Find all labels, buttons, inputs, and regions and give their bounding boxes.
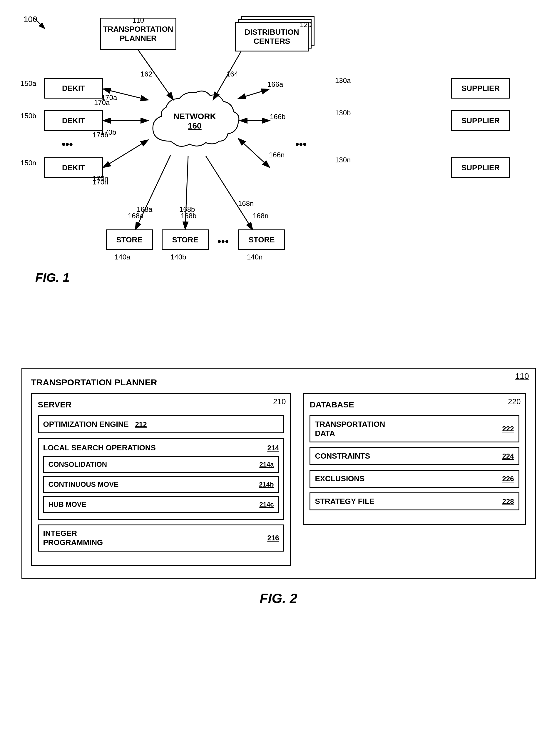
svg-line-17 — [103, 140, 148, 168]
network-cloud: NETWORK 160 — [147, 85, 241, 157]
svg-text:166b: 166b — [270, 113, 285, 121]
server-box: SERVER 210 OPTIMIZATION ENGINE 212 LOCAL… — [31, 393, 291, 566]
db-title: DATABASE — [310, 400, 519, 410]
integer-programming-box: INTEGERPROGRAMMING 216 — [38, 525, 285, 552]
server-title: SERVER — [38, 400, 285, 410]
ref-150n: 150n — [21, 159, 36, 167]
ref-140n: 140n — [247, 253, 262, 261]
fig2-diagram: TRANSPORTATION PLANNER 110 SERVER 210 OP… — [22, 368, 536, 606]
svg-line-7 — [238, 89, 269, 99]
ref-140b: 140b — [171, 253, 186, 261]
store-n-box: STORE — [238, 229, 285, 250]
ref-150b: 150b — [21, 112, 36, 120]
ref-130a: 130a — [335, 77, 351, 85]
transportation-data-box: TRANSPORTATIONDATA 222 — [310, 415, 519, 442]
strategy-file-box: STRATEGY FILE 228 — [310, 493, 519, 510]
ref-170n: 170n — [93, 178, 108, 186]
ref-168a: 168a — [128, 212, 143, 220]
continuous-move-box: CONTINUOUS MOVE 214b — [43, 476, 279, 493]
ref-120: 120 — [300, 21, 322, 29]
ref-130n: 130n — [335, 156, 351, 164]
dekit-a-box: DEKIT — [44, 78, 103, 99]
store-b-box: STORE — [162, 229, 209, 250]
dekit-n-box: DEKIT — [44, 158, 103, 178]
fig2-inner-layout: SERVER 210 OPTIMIZATION ENGINE 212 LOCAL… — [31, 393, 526, 566]
network-label: NETWORK 160 — [173, 112, 216, 131]
supplier-b-box: SUPPLIER — [451, 110, 510, 131]
database-box: DATABASE 220 TRANSPORTATIONDATA 222 CONS… — [303, 393, 526, 525]
dekit-b-box: DEKIT — [44, 110, 103, 131]
db-ref: 220 — [508, 397, 521, 406]
dist-centers-box: DISTRIBUTIONCENTERS — [235, 22, 309, 52]
local-search-title: LOCAL SEARCH OPERATIONS 214 — [43, 443, 279, 452]
svg-text:166n: 166n — [269, 151, 285, 159]
tp-outer-ref: 110 — [515, 371, 529, 381]
fig2-label: FIG. 2 — [22, 590, 536, 606]
supplier-a-box: SUPPLIER — [451, 78, 510, 99]
server-ref: 210 — [273, 397, 286, 406]
exclusions-box: EXCLUSIONS 226 — [310, 470, 519, 488]
svg-text:168n: 168n — [238, 199, 254, 207]
ref-140a: 140a — [115, 253, 130, 261]
ref-130b: 130b — [335, 109, 351, 117]
ref-150a: 150a — [21, 79, 36, 88]
ref-100-arrow — [18, 12, 53, 35]
fig1-diagram: 100 TRANSPORTATIONPLANNER 110 DISTRIBUTI… — [18, 12, 539, 350]
svg-line-0 — [34, 18, 44, 28]
svg-line-23 — [206, 156, 253, 230]
consolidation-box: CONSOLIDATION 214a — [43, 456, 279, 473]
store-dots: ••• — [217, 235, 229, 248]
ref-168b: 168b — [181, 212, 196, 220]
store-a-box: STORE — [106, 229, 153, 250]
ref-110: 110 — [132, 16, 144, 24]
svg-text:162: 162 — [141, 70, 152, 78]
svg-line-11 — [238, 138, 270, 168]
svg-text:164: 164 — [226, 70, 238, 78]
transportation-planner-outer: TRANSPORTATION PLANNER 110 SERVER 210 OP… — [22, 368, 536, 579]
local-search-box: LOCAL SEARCH OPERATIONS 214 CONSOLIDATIO… — [38, 438, 285, 520]
constraints-box: CONSTRAINTS 224 — [310, 447, 519, 465]
dekit-dots: ••• — [62, 138, 73, 150]
ref-168n: 168n — [253, 212, 268, 220]
optimization-engine-box: OPTIMIZATION ENGINE 212 — [38, 415, 285, 433]
hub-move-box: HUB MOVE 214c — [43, 496, 279, 513]
supplier-dots: ••• — [295, 138, 306, 150]
tp-outer-title: TRANSPORTATION PLANNER — [31, 377, 526, 387]
ref-170a: 170a — [94, 99, 110, 107]
ref-170b: 170b — [93, 131, 108, 139]
supplier-n-box: SUPPLIER — [451, 158, 510, 178]
fig1-label: FIG. 1 — [35, 271, 70, 285]
svg-text:166a: 166a — [267, 80, 283, 88]
